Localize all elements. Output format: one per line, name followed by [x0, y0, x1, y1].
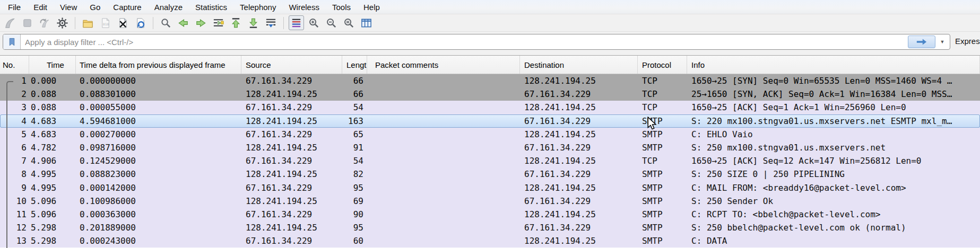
cell-len: 66 — [342, 74, 367, 87]
menu-edit[interactable]: Edit — [27, 1, 54, 13]
menu-wireless[interactable]: Wireless — [282, 1, 326, 13]
cell-src: 128.241.194.25 — [241, 141, 342, 154]
column-header-length[interactable]: Length — [342, 56, 367, 74]
cell-proto: SMTP — [638, 114, 687, 128]
cell-com — [367, 208, 520, 221]
column-header-info[interactable]: Info — [687, 56, 980, 74]
filter-bookmark-button[interactable] — [3, 34, 21, 49]
cell-time: 4.683 — [29, 128, 76, 141]
cell-delta: 0.098716000 — [76, 141, 241, 154]
close-file-icon[interactable] — [115, 15, 131, 30]
apply-filter-button[interactable] — [908, 36, 935, 48]
cell-info: S: 250 bbelch@packet-level.com ok (norma… — [687, 221, 980, 234]
column-header-source[interactable]: Source — [241, 56, 342, 74]
column-header-protocol[interactable]: Protocol — [638, 56, 687, 74]
resize-columns-icon[interactable] — [359, 15, 374, 30]
cell-info: 1650→25 [ACK] Seq=1 Ack=1 Win=256960 Len… — [687, 101, 980, 114]
cell-delta: 0.000270000 — [76, 128, 241, 141]
packet-list-pane: No.TimeTime delta from previous displaye… — [0, 56, 980, 248]
menu-view[interactable]: View — [54, 1, 83, 13]
cell-no: 9 — [0, 181, 29, 194]
save-file-icon[interactable]: 010 — [98, 15, 113, 30]
packet-row-13[interactable]: 135.2980.00024300067.161.34.22960128.241… — [0, 234, 980, 247]
menu-help[interactable]: Help — [357, 1, 386, 13]
cell-dst: 128.241.194.25 — [520, 74, 638, 87]
capture-options-icon[interactable] — [55, 15, 70, 30]
cell-com — [367, 154, 520, 167]
cell-no: 10 — [0, 194, 29, 208]
cell-len: 82 — [342, 167, 367, 181]
menu-tools[interactable]: Tools — [326, 1, 357, 13]
cell-no: 4 — [0, 114, 29, 128]
svg-text:010: 010 — [103, 22, 109, 25]
column-header-destination[interactable]: Destination — [520, 56, 638, 74]
find-packet-icon[interactable] — [158, 15, 174, 30]
packet-row-8[interactable]: 84.9950.088823000128.241.194.258267.161.… — [0, 167, 980, 181]
expression-button[interactable]: Expression… — [955, 37, 980, 46]
cell-info: 1650→25 [SYN] Seq=0 Win=65535 Len=0 MSS=… — [687, 74, 980, 87]
go-back-icon[interactable] — [176, 15, 191, 30]
cell-delta: 0.000055000 — [76, 101, 241, 114]
cell-len: 69 — [342, 194, 367, 208]
cell-len: 95 — [342, 221, 367, 234]
cell-dst: 128.241.194.25 — [520, 128, 638, 141]
cell-len: 163 — [342, 114, 367, 128]
menu-statistics[interactable]: Statistics — [189, 1, 233, 13]
zoom-in-icon[interactable] — [306, 15, 322, 30]
column-header-no[interactable]: No. — [0, 56, 29, 74]
cell-src: 128.241.194.25 — [241, 194, 342, 208]
cell-info: S: 220 mx100.stngva01.us.mxservers.net E… — [687, 114, 980, 128]
packet-row-10[interactable]: 105.0960.100986000128.241.194.256967.161… — [0, 194, 980, 208]
packet-row-4[interactable]: 44.6834.594681000128.241.194.2516367.161… — [0, 114, 980, 128]
menu-capture[interactable]: Capture — [107, 1, 148, 13]
menu-telephony[interactable]: Telephony — [233, 1, 282, 13]
packet-row-6[interactable]: 64.7820.098716000128.241.194.259167.161.… — [0, 141, 980, 154]
restart-capture-icon[interactable] — [37, 15, 53, 30]
packet-row-5[interactable]: 54.6830.00027000067.161.34.22965128.241.… — [0, 128, 980, 141]
packet-rows: 10.0000.00000000067.161.34.22966128.241.… — [0, 74, 980, 247]
cell-no: 6 — [0, 141, 29, 154]
menu-go[interactable]: Go — [83, 1, 107, 13]
go-last-packet-icon[interactable] — [246, 15, 261, 30]
open-file-icon[interactable] — [80, 15, 96, 30]
packet-row-9[interactable]: 94.9950.00014200067.161.34.22995128.241.… — [0, 181, 980, 194]
go-forward-icon[interactable] — [193, 15, 209, 30]
display-filter-input[interactable] — [21, 34, 908, 49]
stop-capture-icon[interactable] — [20, 15, 35, 30]
main-toolbar: 010 — [0, 14, 980, 32]
cell-delta: 0.000142000 — [76, 181, 241, 194]
cell-proto: SMTP — [638, 234, 687, 247]
cell-com — [367, 74, 520, 87]
packet-row-1[interactable]: 10.0000.00000000067.161.34.22966128.241.… — [0, 74, 980, 87]
go-to-packet-icon[interactable] — [211, 15, 226, 30]
menu-analyze[interactable]: Analyze — [148, 1, 189, 13]
colorize-icon[interactable] — [289, 15, 304, 30]
packet-row-2[interactable]: 20.0880.088301000128.241.194.256667.161.… — [0, 87, 980, 101]
menu-file[interactable]: File — [2, 1, 27, 13]
cell-len: 95 — [342, 181, 367, 194]
filter-dropdown-caret[interactable]: ▼ — [936, 36, 948, 48]
column-header-packet-comments[interactable]: Packet comments — [367, 56, 520, 74]
packet-row-3[interactable]: 30.0880.00005500067.161.34.22954128.241.… — [0, 101, 980, 114]
start-capture-icon[interactable] — [2, 15, 18, 30]
cell-delta: 0.100986000 — [76, 194, 241, 208]
column-header-time[interactable]: Time — [29, 56, 76, 74]
auto-scroll-icon[interactable] — [263, 15, 279, 30]
packet-row-12[interactable]: 125.2980.201889000128.241.194.259567.161… — [0, 221, 980, 234]
go-first-packet-icon[interactable] — [228, 15, 244, 30]
cell-no: 12 — [0, 221, 29, 234]
zoom-out-icon[interactable] — [324, 15, 339, 30]
packet-row-7[interactable]: 74.9060.12452900067.161.34.22954128.241.… — [0, 154, 980, 167]
column-header-time-delta-from-previous-displayed-frame[interactable]: Time delta from previous displayed frame — [76, 56, 241, 74]
zoom-original-icon[interactable] — [341, 15, 357, 30]
reload-file-icon[interactable] — [133, 15, 148, 30]
cell-delta: 0.000000000 — [76, 74, 241, 87]
cell-proto: TCP — [638, 74, 687, 87]
cell-dst: 128.241.194.25 — [520, 208, 638, 221]
cell-len: 66 — [342, 87, 367, 101]
cell-time: 4.906 — [29, 154, 76, 167]
packet-row-11[interactable]: 115.0960.00036300067.161.34.22990128.241… — [0, 208, 980, 221]
cell-time: 5.298 — [29, 234, 76, 247]
toolbar-separator — [75, 17, 75, 29]
cell-len: 90 — [342, 208, 367, 221]
